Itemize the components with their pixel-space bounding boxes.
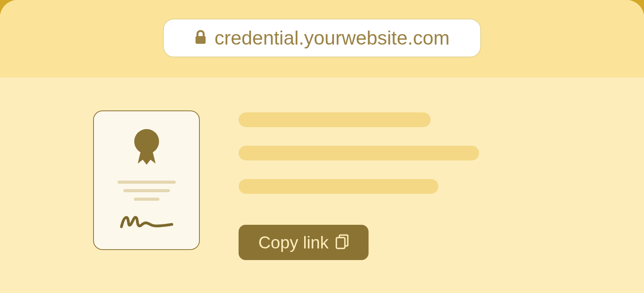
cert-line xyxy=(134,198,159,201)
award-seal-icon xyxy=(129,127,164,181)
cert-line xyxy=(123,189,170,192)
svg-rect-2 xyxy=(336,238,345,248)
content-area: Copy link xyxy=(0,78,644,293)
certificate-text-lines xyxy=(118,181,176,201)
cert-line xyxy=(118,181,176,184)
address-bar[interactable]: credential.yourwebsite.com xyxy=(163,19,481,57)
svg-rect-0 xyxy=(196,36,206,44)
copy-icon xyxy=(336,234,349,251)
signature-icon xyxy=(119,214,174,231)
lock-icon xyxy=(194,30,207,46)
content-details: Copy link xyxy=(239,110,551,260)
browser-window: credential.yourwebsite.com xyxy=(0,0,644,293)
placeholder-line xyxy=(239,146,479,160)
certificate-card xyxy=(93,110,200,250)
placeholder-text-lines xyxy=(239,112,551,194)
copy-button-label: Copy link xyxy=(258,233,329,252)
placeholder-line xyxy=(239,112,431,127)
copy-link-button[interactable]: Copy link xyxy=(239,225,369,260)
placeholder-line xyxy=(239,179,438,194)
browser-header: credential.yourwebsite.com xyxy=(0,0,644,78)
url-text: credential.yourwebsite.com xyxy=(215,27,450,49)
